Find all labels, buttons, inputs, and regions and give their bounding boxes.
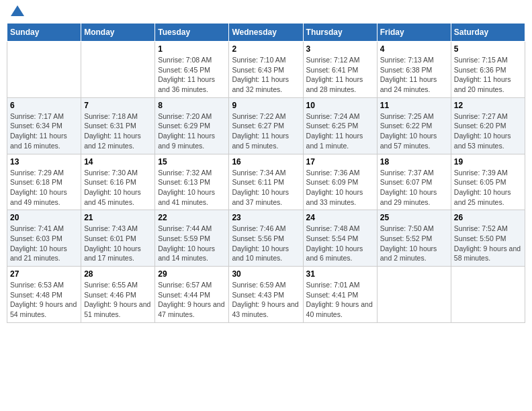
day-info: Sunrise: 6:57 AM Sunset: 4:44 PM Dayligh… (158, 280, 226, 320)
day-number: 10 (306, 101, 374, 110)
calendar-cell: 20Sunrise: 7:41 AM Sunset: 6:03 PM Dayli… (7, 210, 81, 267)
calendar-cell: 10Sunrise: 7:24 AM Sunset: 6:25 PM Dayli… (303, 97, 377, 154)
day-number: 12 (454, 101, 522, 110)
calendar-cell (81, 42, 155, 98)
calendar-cell: 1Sunrise: 7:08 AM Sunset: 6:45 PM Daylig… (155, 42, 229, 98)
day-of-week-header: Wednesday (229, 24, 303, 42)
day-info: Sunrise: 7:18 AM Sunset: 6:31 PM Dayligh… (84, 111, 152, 151)
calendar-cell: 15Sunrise: 7:32 AM Sunset: 6:13 PM Dayli… (155, 154, 229, 210)
calendar-header-row: SundayMondayTuesdayWednesdayThursdayFrid… (7, 24, 525, 42)
calendar-cell: 31Sunrise: 7:01 AM Sunset: 4:41 PM Dayli… (303, 267, 377, 323)
calendar-cell: 27Sunrise: 6:53 AM Sunset: 4:48 PM Dayli… (7, 267, 81, 323)
day-number: 15 (158, 157, 226, 167)
calendar-cell: 30Sunrise: 6:59 AM Sunset: 4:43 PM Dayli… (229, 267, 303, 323)
day-info: Sunrise: 7:17 AM Sunset: 6:34 PM Dayligh… (10, 111, 78, 151)
day-info: Sunrise: 7:20 AM Sunset: 6:29 PM Dayligh… (158, 111, 226, 151)
day-of-week-header: Sunday (7, 24, 81, 42)
calendar-week-row: 6Sunrise: 7:17 AM Sunset: 6:34 PM Daylig… (7, 97, 525, 154)
calendar-cell (451, 267, 525, 323)
day-number: 28 (84, 269, 152, 279)
day-info: Sunrise: 7:01 AM Sunset: 4:41 PM Dayligh… (306, 280, 374, 320)
day-number: 7 (84, 101, 152, 110)
page-header (7, 7, 525, 17)
logo-icon (11, 4, 24, 17)
day-number: 19 (454, 157, 522, 167)
calendar-week-row: 1Sunrise: 7:08 AM Sunset: 6:45 PM Daylig… (7, 42, 525, 98)
day-info: Sunrise: 7:41 AM Sunset: 6:03 PM Dayligh… (10, 224, 78, 263)
calendar-cell: 2Sunrise: 7:10 AM Sunset: 6:43 PM Daylig… (229, 42, 303, 98)
calendar-cell: 23Sunrise: 7:46 AM Sunset: 5:56 PM Dayli… (229, 210, 303, 267)
day-info: Sunrise: 7:36 AM Sunset: 6:09 PM Dayligh… (306, 168, 374, 208)
svg-marker-0 (11, 5, 24, 16)
calendar-table: SundayMondayTuesdayWednesdayThursdayFrid… (7, 23, 525, 323)
day-number: 8 (158, 101, 226, 110)
calendar-cell: 4Sunrise: 7:13 AM Sunset: 6:38 PM Daylig… (377, 42, 451, 98)
day-info: Sunrise: 7:15 AM Sunset: 6:36 PM Dayligh… (454, 55, 522, 95)
day-number: 6 (10, 101, 78, 110)
day-number: 5 (454, 44, 522, 54)
day-info: Sunrise: 7:37 AM Sunset: 6:07 PM Dayligh… (380, 168, 448, 208)
day-info: Sunrise: 7:12 AM Sunset: 6:41 PM Dayligh… (306, 55, 374, 95)
day-info: Sunrise: 6:59 AM Sunset: 4:43 PM Dayligh… (232, 280, 300, 320)
day-info: Sunrise: 7:27 AM Sunset: 6:20 PM Dayligh… (454, 111, 522, 151)
day-number: 2 (232, 44, 300, 54)
day-number: 30 (232, 269, 300, 279)
calendar-cell: 12Sunrise: 7:27 AM Sunset: 6:20 PM Dayli… (451, 97, 525, 154)
day-info: Sunrise: 7:13 AM Sunset: 6:38 PM Dayligh… (380, 55, 448, 95)
day-number: 25 (380, 213, 448, 222)
day-info: Sunrise: 7:48 AM Sunset: 5:54 PM Dayligh… (306, 224, 374, 263)
day-number: 13 (10, 157, 78, 167)
day-number: 29 (158, 269, 226, 279)
day-info: Sunrise: 7:32 AM Sunset: 6:13 PM Dayligh… (158, 168, 226, 208)
calendar-cell (377, 267, 451, 323)
calendar-cell: 5Sunrise: 7:15 AM Sunset: 6:36 PM Daylig… (451, 42, 525, 98)
calendar-cell: 16Sunrise: 7:34 AM Sunset: 6:11 PM Dayli… (229, 154, 303, 210)
day-info: Sunrise: 7:46 AM Sunset: 5:56 PM Dayligh… (232, 224, 300, 263)
day-number: 27 (10, 269, 78, 279)
calendar-cell: 22Sunrise: 7:44 AM Sunset: 5:59 PM Dayli… (155, 210, 229, 267)
day-number: 26 (454, 213, 522, 222)
day-number: 21 (84, 213, 152, 222)
day-info: Sunrise: 6:53 AM Sunset: 4:48 PM Dayligh… (10, 280, 78, 320)
day-number: 20 (10, 213, 78, 222)
calendar-cell (7, 42, 81, 98)
calendar-cell: 8Sunrise: 7:20 AM Sunset: 6:29 PM Daylig… (155, 97, 229, 154)
day-of-week-header: Saturday (451, 24, 525, 42)
calendar-week-row: 27Sunrise: 6:53 AM Sunset: 4:48 PM Dayli… (7, 267, 525, 323)
day-info: Sunrise: 7:34 AM Sunset: 6:11 PM Dayligh… (232, 168, 300, 208)
calendar-cell: 6Sunrise: 7:17 AM Sunset: 6:34 PM Daylig… (7, 97, 81, 154)
day-of-week-header: Thursday (303, 24, 377, 42)
calendar-cell: 3Sunrise: 7:12 AM Sunset: 6:41 PM Daylig… (303, 42, 377, 98)
day-number: 11 (380, 101, 448, 110)
day-number: 23 (232, 213, 300, 222)
day-info: Sunrise: 7:43 AM Sunset: 6:01 PM Dayligh… (84, 224, 152, 263)
calendar-cell: 17Sunrise: 7:36 AM Sunset: 6:09 PM Dayli… (303, 154, 377, 210)
day-info: Sunrise: 7:08 AM Sunset: 6:45 PM Dayligh… (158, 55, 226, 95)
day-number: 17 (306, 157, 374, 167)
day-of-week-header: Monday (81, 24, 155, 42)
day-number: 4 (380, 44, 448, 54)
calendar-cell: 11Sunrise: 7:25 AM Sunset: 6:22 PM Dayli… (377, 97, 451, 154)
day-info: Sunrise: 7:50 AM Sunset: 5:52 PM Dayligh… (380, 224, 448, 263)
day-info: Sunrise: 7:44 AM Sunset: 5:59 PM Dayligh… (158, 224, 226, 263)
logo (9, 7, 24, 17)
day-number: 9 (232, 101, 300, 110)
day-info: Sunrise: 7:22 AM Sunset: 6:27 PM Dayligh… (232, 111, 300, 151)
day-number: 18 (380, 157, 448, 167)
calendar-week-row: 13Sunrise: 7:29 AM Sunset: 6:18 PM Dayli… (7, 154, 525, 210)
calendar-cell: 7Sunrise: 7:18 AM Sunset: 6:31 PM Daylig… (81, 97, 155, 154)
calendar-cell: 19Sunrise: 7:39 AM Sunset: 6:05 PM Dayli… (451, 154, 525, 210)
calendar-cell: 21Sunrise: 7:43 AM Sunset: 6:01 PM Dayli… (81, 210, 155, 267)
day-number: 14 (84, 157, 152, 167)
day-info: Sunrise: 7:25 AM Sunset: 6:22 PM Dayligh… (380, 111, 448, 151)
calendar-cell: 24Sunrise: 7:48 AM Sunset: 5:54 PM Dayli… (303, 210, 377, 267)
day-info: Sunrise: 7:10 AM Sunset: 6:43 PM Dayligh… (232, 55, 300, 95)
day-info: Sunrise: 7:39 AM Sunset: 6:05 PM Dayligh… (454, 168, 522, 208)
calendar-cell: 26Sunrise: 7:52 AM Sunset: 5:50 PM Dayli… (451, 210, 525, 267)
calendar-cell: 9Sunrise: 7:22 AM Sunset: 6:27 PM Daylig… (229, 97, 303, 154)
day-number: 22 (158, 213, 226, 222)
calendar-cell: 29Sunrise: 6:57 AM Sunset: 4:44 PM Dayli… (155, 267, 229, 323)
day-number: 3 (306, 44, 374, 54)
day-number: 24 (306, 213, 374, 222)
day-info: Sunrise: 7:24 AM Sunset: 6:25 PM Dayligh… (306, 111, 374, 151)
